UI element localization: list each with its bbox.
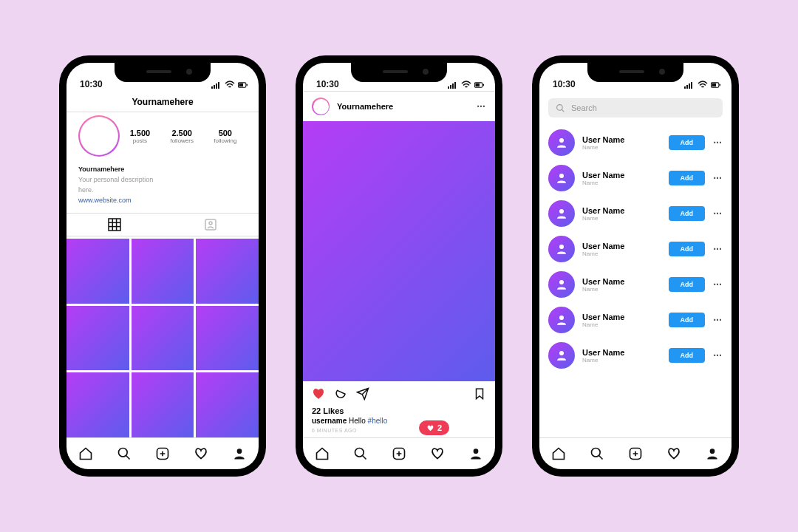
grid-photo[interactable] <box>132 306 194 371</box>
phone-profile: 10:30 Yournamehere 1.500posts 2.500follo… <box>59 55 266 477</box>
user-avatar[interactable] <box>548 200 575 227</box>
add-button[interactable]: Add <box>669 135 706 150</box>
add-button[interactable]: Add <box>669 313 706 327</box>
status-time: 10:30 <box>80 79 103 89</box>
grid-photo[interactable] <box>196 239 259 304</box>
hashtag-link[interactable]: #hello <box>368 417 388 425</box>
home-icon[interactable] <box>78 446 93 461</box>
add-post-icon[interactable] <box>392 446 406 461</box>
more-icon[interactable]: ··· <box>712 246 723 252</box>
user-row[interactable]: User NameNameAdd··· <box>539 160 732 196</box>
svg-rect-22 <box>452 83 454 89</box>
search-icon[interactable] <box>353 446 368 461</box>
user-row[interactable]: User NameNameAdd··· <box>539 302 732 338</box>
notification-bubble[interactable]: 2 <box>419 420 449 435</box>
user-row[interactable]: User NameNameAdd··· <box>539 231 732 267</box>
user-avatar[interactable] <box>548 271 575 298</box>
post-author-avatar[interactable] <box>312 98 330 115</box>
stat-following[interactable]: 500following <box>214 129 236 144</box>
home-icon[interactable] <box>551 446 566 461</box>
svg-rect-1 <box>214 85 215 89</box>
add-post-icon[interactable] <box>155 446 170 461</box>
search-icon[interactable] <box>117 446 132 461</box>
more-icon[interactable]: ··· <box>712 317 723 323</box>
tab-tagged[interactable] <box>163 214 259 236</box>
search-input[interactable]: Search <box>548 98 723 117</box>
post-image[interactable] <box>303 121 495 381</box>
svg-point-49 <box>592 449 601 457</box>
user-avatar[interactable] <box>548 129 575 156</box>
user-row[interactable]: User NameNameAdd··· <box>539 338 732 373</box>
post-author-name[interactable]: Yournamehere <box>337 102 468 111</box>
more-icon[interactable]: ··· <box>712 175 723 181</box>
user-name: User Name <box>582 206 661 215</box>
bio-line: Your personal description <box>78 174 247 185</box>
grid-photo[interactable] <box>66 239 129 304</box>
tab-grid[interactable] <box>66 214 163 236</box>
svg-rect-25 <box>475 83 480 86</box>
status-bar: 10:30 <box>539 63 732 91</box>
user-avatar[interactable] <box>548 236 575 262</box>
home-icon[interactable] <box>315 446 330 461</box>
profile-icon[interactable] <box>468 446 483 461</box>
search-placeholder: Search <box>571 103 597 112</box>
more-icon[interactable]: ··· <box>712 140 723 146</box>
profile-icon[interactable] <box>232 446 247 461</box>
user-subname: Name <box>582 286 661 293</box>
status-bar: 10:30 <box>66 63 259 91</box>
user-avatar[interactable] <box>548 307 575 333</box>
heart-icon[interactable] <box>430 446 445 461</box>
status-bar: 10:30 <box>303 63 495 91</box>
share-icon[interactable] <box>356 387 369 400</box>
add-button[interactable]: Add <box>669 171 706 185</box>
bio-link[interactable]: www.website.com <box>78 195 247 205</box>
svg-rect-3 <box>218 82 219 89</box>
svg-rect-26 <box>483 84 484 86</box>
bio-line: here. <box>78 185 247 195</box>
grid-photo[interactable] <box>196 372 259 437</box>
svg-rect-2 <box>216 83 217 89</box>
grid-photo[interactable] <box>66 372 129 437</box>
more-icon[interactable]: ··· <box>712 211 723 216</box>
user-subname: Name <box>582 144 661 151</box>
comment-icon[interactable] <box>334 387 347 400</box>
add-button[interactable]: Add <box>669 206 706 221</box>
user-row[interactable]: User NameNameAdd··· <box>539 196 732 231</box>
add-button[interactable]: Add <box>669 242 706 256</box>
grid-photo[interactable] <box>196 306 259 371</box>
wifi-icon <box>698 81 708 89</box>
user-name: User Name <box>582 242 661 250</box>
svg-point-32 <box>474 449 479 454</box>
likes-count[interactable]: 22 Likes <box>303 406 495 415</box>
post-caption: username Hello #hello <box>303 415 495 426</box>
search-icon[interactable] <box>590 446 604 461</box>
stat-followers[interactable]: 2.500followers <box>170 129 194 144</box>
svg-point-54 <box>710 449 715 454</box>
more-icon[interactable]: ··· <box>712 282 723 287</box>
user-avatar[interactable] <box>548 342 575 369</box>
like-icon[interactable] <box>312 387 325 400</box>
add-button[interactable]: Add <box>669 348 706 363</box>
user-name: User Name <box>582 135 661 144</box>
profile-avatar[interactable] <box>78 115 120 157</box>
user-row[interactable]: User NameNameAdd··· <box>539 267 732 302</box>
user-subname: Name <box>582 215 661 222</box>
heart-icon[interactable] <box>194 446 208 461</box>
post-more-icon[interactable]: ··· <box>476 103 486 109</box>
heart-icon[interactable] <box>666 446 681 461</box>
user-avatar[interactable] <box>548 165 575 191</box>
more-icon[interactable]: ··· <box>712 352 723 358</box>
bookmark-icon[interactable] <box>473 387 486 400</box>
add-button[interactable]: Add <box>669 277 706 292</box>
add-post-icon[interactable] <box>628 446 643 461</box>
svg-line-50 <box>599 456 603 460</box>
phone-post: 10:30 Yournamehere ··· 22 Likes <box>296 55 502 477</box>
svg-rect-36 <box>691 82 692 89</box>
stat-posts[interactable]: 1.500posts <box>130 129 151 144</box>
user-row[interactable]: User NameNameAdd··· <box>539 125 732 160</box>
profile-icon[interactable] <box>705 446 720 461</box>
svg-rect-35 <box>689 83 690 89</box>
grid-photo[interactable] <box>132 239 194 304</box>
grid-photo[interactable] <box>132 372 194 437</box>
grid-photo[interactable] <box>66 306 129 371</box>
